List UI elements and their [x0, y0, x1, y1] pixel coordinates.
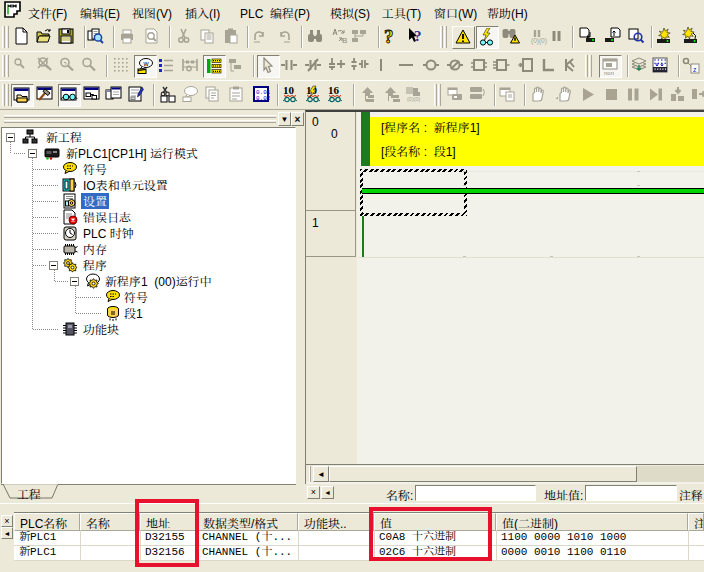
svg-text:non: non: [604, 70, 614, 76]
svg-text:10: 10: [283, 85, 295, 96]
svg-text:?: ?: [414, 28, 422, 44]
svg-text:z: z: [693, 66, 697, 73]
svg-text:B: B: [342, 36, 347, 45]
svg-text:0.02: 0.02: [256, 95, 270, 102]
svg-text:w: w: [143, 60, 150, 67]
svg-text:(0)(0): (0)(0): [531, 37, 547, 45]
svg-text:?: ?: [384, 27, 394, 45]
svg-text:(0)(0): (0)(0): [407, 96, 421, 102]
svg-text:16: 16: [328, 85, 340, 96]
